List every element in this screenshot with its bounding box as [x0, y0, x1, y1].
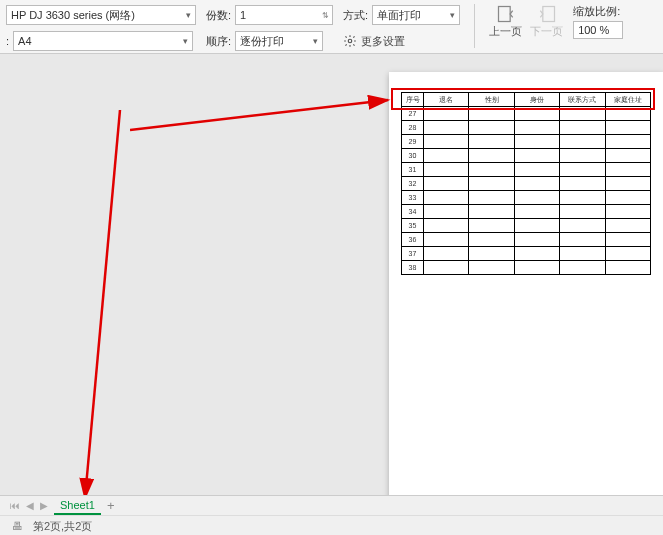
table-cell — [605, 121, 650, 135]
table-cell — [605, 149, 650, 163]
table-cell — [514, 219, 559, 233]
mode-value: 单面打印 — [377, 8, 421, 23]
table-cell — [424, 261, 469, 275]
table-cell — [469, 135, 514, 149]
mode-label: 方式: — [343, 8, 368, 23]
zoom-input[interactable]: 100 % — [573, 21, 623, 39]
table-cell — [514, 107, 559, 121]
table-cell — [424, 247, 469, 261]
table-cell: 28 — [402, 121, 424, 135]
table-cell: 32 — [402, 177, 424, 191]
table-cell — [469, 191, 514, 205]
table-cell — [605, 261, 650, 275]
tab-next-icon[interactable]: ▶ — [40, 500, 48, 511]
data-table: 序号退名性别身份联系方式家庭住址 27282930313233343536373… — [401, 92, 651, 275]
table-cell — [560, 121, 605, 135]
table-cell — [560, 205, 605, 219]
table-header-cell: 联系方式 — [560, 93, 605, 107]
prev-page-button[interactable]: 上一页 — [489, 4, 522, 39]
add-sheet-button[interactable]: + — [107, 498, 115, 513]
table-cell — [514, 135, 559, 149]
table-cell — [560, 135, 605, 149]
table-header-cell: 家庭住址 — [605, 93, 650, 107]
table-cell — [424, 121, 469, 135]
printer-select[interactable]: HP DJ 3630 series (网络) — [6, 5, 196, 25]
svg-rect-1 — [498, 7, 510, 22]
table-row: 34 — [402, 205, 651, 219]
paper-select[interactable]: A4 — [13, 31, 193, 51]
table-cell — [469, 261, 514, 275]
table-cell — [560, 219, 605, 233]
table-cell — [605, 135, 650, 149]
sheet-tab[interactable]: Sheet1 — [54, 497, 101, 515]
zoom-group: 缩放比例: 100 % — [573, 4, 623, 39]
table-cell — [424, 149, 469, 163]
table-header-cell: 退名 — [424, 93, 469, 107]
copies-input[interactable]: 1 — [235, 5, 333, 25]
table-cell — [514, 149, 559, 163]
table-cell — [424, 135, 469, 149]
tab-first-icon[interactable]: ⏮ — [10, 500, 20, 511]
toolbar-divider — [474, 4, 475, 48]
prev-page-label: 上一页 — [489, 24, 522, 39]
zoom-label: 缩放比例: — [573, 4, 620, 19]
next-page-icon — [537, 4, 557, 24]
order-label: 顺序: — [206, 34, 231, 49]
table-row: 32 — [402, 177, 651, 191]
svg-rect-2 — [542, 7, 554, 22]
order-select[interactable]: 逐份打印 — [235, 31, 323, 51]
table-cell — [469, 219, 514, 233]
table-cell — [514, 261, 559, 275]
table-cell — [469, 247, 514, 261]
table-cell — [560, 163, 605, 177]
table-row: 36 — [402, 233, 651, 247]
more-settings-label: 更多设置 — [361, 34, 405, 49]
print-preview-area: 序号退名性别身份联系方式家庭住址 27282930313233343536373… — [0, 54, 663, 495]
table-cell — [560, 247, 605, 261]
table-row: 33 — [402, 191, 651, 205]
table-row: 35 — [402, 219, 651, 233]
table-cell — [605, 177, 650, 191]
table-cell — [424, 219, 469, 233]
table-cell — [469, 121, 514, 135]
table-cell — [514, 205, 559, 219]
table-cell — [560, 261, 605, 275]
table-cell: 35 — [402, 219, 424, 233]
table-cell: 37 — [402, 247, 424, 261]
paper-label: : — [6, 35, 9, 47]
table-cell: 31 — [402, 163, 424, 177]
table-row: 38 — [402, 261, 651, 275]
preview-page: 序号退名性别身份联系方式家庭住址 27282930313233343536373… — [389, 72, 663, 495]
table-row: 29 — [402, 135, 651, 149]
mode-select[interactable]: 单面打印 — [372, 5, 460, 25]
table-cell — [560, 191, 605, 205]
table-cell — [424, 177, 469, 191]
print-toolbar: HP DJ 3630 series (网络) : A4 份数: 1 顺序: 逐份… — [0, 0, 663, 54]
table-row: 31 — [402, 163, 651, 177]
order-value: 逐份打印 — [240, 34, 284, 49]
table-cell — [514, 233, 559, 247]
table-header-row: 序号退名性别身份联系方式家庭住址 — [402, 93, 651, 107]
table-row: 28 — [402, 121, 651, 135]
table-cell — [605, 163, 650, 177]
more-settings-button[interactable]: 更多设置 — [343, 31, 405, 51]
table-cell — [605, 205, 650, 219]
table-row: 27 — [402, 107, 651, 121]
sheet-tab-label: Sheet1 — [60, 499, 95, 511]
tab-prev-icon[interactable]: ◀ — [26, 500, 34, 511]
table-cell: 30 — [402, 149, 424, 163]
table-cell — [605, 233, 650, 247]
table-cell — [469, 177, 514, 191]
settings-icon — [343, 34, 357, 48]
table-cell — [469, 205, 514, 219]
table-cell — [560, 107, 605, 121]
table-cell — [424, 191, 469, 205]
table-cell: 27 — [402, 107, 424, 121]
page-info: 第2页,共2页 — [33, 519, 92, 534]
next-page-button[interactable]: 下一页 — [530, 4, 563, 39]
table-cell — [469, 163, 514, 177]
copies-value: 1 — [240, 9, 246, 21]
svg-point-0 — [348, 39, 352, 43]
table-cell — [469, 149, 514, 163]
table-body: 272829303132333435363738 — [402, 107, 651, 275]
